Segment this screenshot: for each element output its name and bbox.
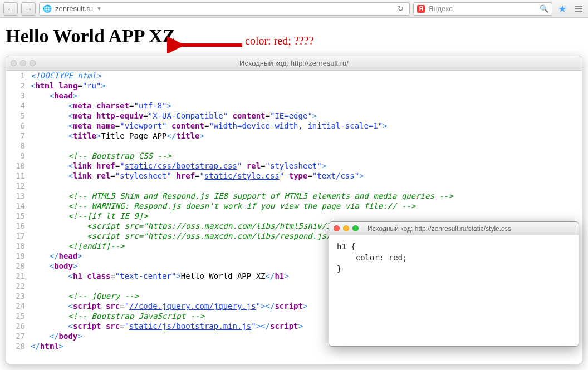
code-line: 9 <!-- Bootstrap CSS --> [6, 151, 582, 161]
code-line: 7 <title>Title Page APP</title> [6, 131, 582, 141]
code-line: 4 <meta charset="utf-8"> [6, 101, 582, 111]
source-titlebar[interactable]: Исходный код: http://zenresult.ru/ [6, 56, 582, 71]
forward-button[interactable]: → [21, 2, 36, 16]
code-line: 1<!DOCTYPE html> [6, 71, 582, 81]
stylesheet-window: Исходный код: http://zenresult.ru/static… [329, 221, 579, 347]
window-controls [329, 225, 363, 231]
code-line: 12 [6, 181, 582, 191]
stylesheet-window-title: Исходный код: http://zenresult.ru/static… [363, 225, 511, 233]
menu-button[interactable] [572, 6, 585, 12]
stylesheet-code: h1 { color: red; } [329, 235, 579, 280]
minimize-icon[interactable] [343, 225, 349, 231]
code-line: 13 <!-- HTML5 Shim and Respond.js IE8 su… [6, 191, 582, 201]
chevron-down-icon[interactable]: ▼ [96, 6, 104, 12]
bookmark-star-icon[interactable]: ★ [556, 3, 569, 15]
arrow-annotation-icon [167, 37, 245, 53]
code-line: 11 <link rel="stylesheet" href="static/s… [6, 171, 582, 181]
url-text: zenresult.ru [55, 4, 93, 13]
search-icon: 🔍 [540, 4, 548, 13]
globe-icon: 🌐 [43, 4, 52, 13]
code-line: 15 <!--[if lt IE 9]> [6, 211, 582, 221]
arrow-left-icon: ← [7, 4, 14, 13]
code-line: 14 <!-- WARNING: Respond.js doesn't work… [6, 201, 582, 211]
search-placeholder: Яндекс [428, 4, 453, 13]
stylesheet-titlebar[interactable]: Исходный код: http://zenresult.ru/static… [329, 222, 579, 235]
code-line: 2<html lang="ru"> [6, 81, 582, 91]
arrow-right-icon: → [24, 4, 32, 13]
source-window-title: Исходный код: http://zenresult.ru/ [6, 59, 582, 67]
code-line: 5 <meta http-equiv="X-UA-Compatible" con… [6, 111, 582, 121]
reload-button[interactable]: ↻ [395, 4, 406, 13]
code-line: 8 [6, 141, 582, 151]
browser-toolbar: ← → 🌐 zenresult.ru ▼ ↻ Я Яндекс 🔍 ★ [0, 0, 588, 18]
search-bar[interactable]: Я Яндекс 🔍 [413, 2, 552, 16]
code-line: 10 <link href="static/css/bootstrap.css"… [6, 161, 582, 171]
code-line: 6 <meta name="viewport" content="width=d… [6, 121, 582, 131]
back-button[interactable]: ← [3, 2, 18, 16]
url-bar[interactable]: 🌐 zenresult.ru ▼ ↻ [39, 2, 410, 16]
maximize-icon[interactable] [352, 225, 359, 231]
code-line: 3 <head> [6, 91, 582, 101]
annotation-text: color: red; ???? [245, 34, 313, 47]
yandex-icon: Я [417, 5, 425, 13]
close-icon[interactable] [334, 225, 340, 231]
